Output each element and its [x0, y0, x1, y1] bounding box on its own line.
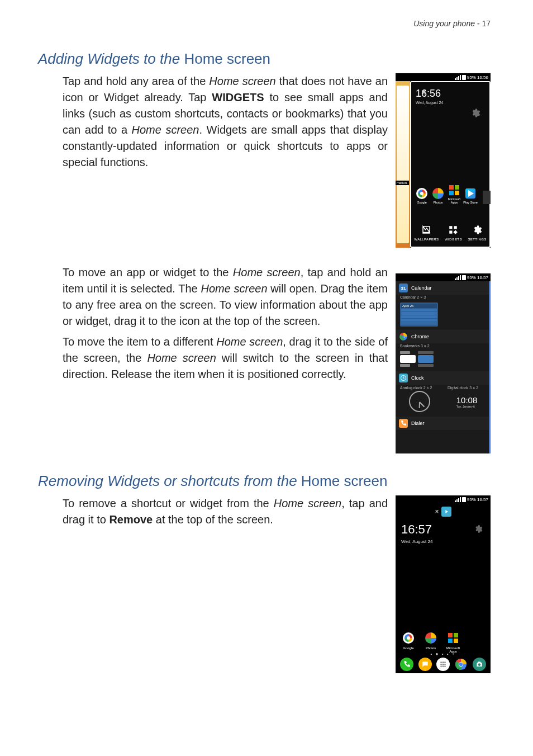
widget-group-clock[interactable]: Clock — [396, 371, 491, 385]
signal-icon — [455, 497, 461, 502]
clock-widget-time: 16:57 — [401, 522, 485, 537]
status-time: 16:56 — [477, 75, 488, 80]
option-label: WALLPAPERS — [414, 238, 439, 241]
dock-row: Google Photos Microsoft Apps — [415, 185, 489, 204]
svg-point-11 — [440, 664, 441, 665]
option-label: WIDGETS — [445, 238, 462, 241]
dock-overflow — [483, 191, 491, 204]
header-text: Using your phone - — [413, 19, 479, 28]
dock-app-photos[interactable]: Photos — [431, 188, 445, 204]
gear-icon — [472, 224, 483, 235]
status-bar: 95% 16:56 — [396, 73, 491, 81]
status-bar: 95% 16:57 — [396, 495, 491, 503]
status-time: 16:57 — [477, 497, 488, 502]
widget-size-label: Digital clock 3 × 2 — [448, 386, 486, 390]
option-widgets[interactable]: WIDGETS — [445, 224, 462, 241]
app-drawer-icon[interactable] — [436, 658, 450, 671]
signal-icon — [455, 275, 461, 280]
clock-widget-date: Wed, August 24 — [401, 539, 485, 544]
remove-drop-target[interactable]: × — [396, 503, 491, 521]
messages-app-icon[interactable] — [418, 658, 432, 671]
row-adding-1: Tap and hold any area of the Home screen… — [38, 73, 491, 248]
scroll-indicator[interactable] — [489, 281, 491, 453]
svg-point-19 — [459, 663, 463, 666]
dock-app-playstore[interactable]: Play Store — [463, 188, 478, 204]
row-removing: To remove a shortcut or widget from the … — [38, 495, 491, 673]
svg-point-20 — [478, 663, 480, 666]
page-header: Using your phone - 17 — [413, 19, 491, 28]
chrome-app-icon[interactable] — [454, 658, 468, 671]
svg-rect-0 — [450, 226, 453, 229]
phone-app-icon[interactable] — [400, 658, 413, 671]
screenshot-widget-list: 95% 16:57 31 Calendar Calendar 2 × 3 Apr… — [396, 273, 491, 453]
widget-group-label: Calendar — [411, 285, 432, 291]
page-number: 17 — [482, 19, 491, 28]
dock-app-microsoft[interactable]: Microsoft Apps — [445, 631, 461, 653]
signal-icon — [455, 75, 461, 80]
widget-group-label: Chrome — [411, 334, 429, 339]
widget-size-label: Calendar 2 × 3 — [396, 295, 491, 301]
battery-icon — [462, 497, 466, 502]
dock-app-microsoft[interactable]: Microsoft Apps — [447, 185, 461, 204]
screenshot-home-options: 95% 16:56 mation. 16:56 Wed, August 24 — [396, 73, 491, 248]
photos-icon — [425, 632, 436, 644]
widget-group-chrome[interactable]: Chrome — [396, 330, 491, 343]
option-label: SETTINGS — [468, 238, 486, 241]
status-battery-pct: 95% — [467, 275, 476, 280]
option-settings[interactable]: SETTINGS — [468, 224, 486, 241]
digital-clock-preview: 10:08 Tue, January 6 — [456, 395, 478, 408]
chrome-icon — [399, 332, 408, 341]
close-icon: × — [435, 508, 439, 516]
svg-point-16 — [444, 665, 445, 667]
home-panel[interactable]: 16:56 Wed, August 24 Google — [410, 81, 491, 248]
dock-label: Play Store — [463, 201, 478, 204]
page: Using your phone - 17 Adding Widgets to … — [0, 0, 533, 756]
dock-label: Photos — [422, 646, 439, 650]
widget-size-label: Analog clock 2 × 2 — [400, 386, 439, 390]
row-adding-2: To move an app or widget to the Home scr… — [38, 264, 491, 453]
widget-group-dialer[interactable]: Dialer — [396, 417, 491, 430]
widget-preview-bookmarks[interactable] — [400, 351, 486, 368]
heading-plain: Home screen — [301, 472, 388, 489]
option-wallpapers[interactable]: WALLPAPERS — [414, 224, 439, 241]
photos-icon — [432, 188, 444, 199]
battery-icon — [462, 275, 466, 280]
calendar-preview-date: April 25 — [401, 304, 437, 308]
text-removing-para: To remove a shortcut or widget from the … — [38, 495, 388, 532]
play-store-icon — [465, 188, 475, 199]
svg-point-8 — [440, 662, 441, 663]
bell-icon — [421, 88, 427, 93]
dock-label: Microsoft Apps — [447, 197, 461, 204]
home-options-row: WALLPAPERS WIDGETS — [411, 224, 489, 241]
analog-clock-preview — [409, 391, 430, 412]
widgets-icon — [448, 224, 459, 235]
heading-adding-widgets: Adding Widgets to the Home screen — [38, 50, 491, 68]
svg-point-10 — [444, 662, 445, 663]
heading-italic: Adding Widgets to the — [38, 50, 180, 67]
calendar-icon: 31 — [399, 284, 408, 292]
widget-group-label: Clock — [411, 375, 424, 381]
widget-preview-calendar[interactable]: April 25 — [400, 303, 486, 327]
dock-label: Google — [415, 201, 429, 204]
dock-app-photos[interactable]: Photos — [422, 631, 439, 653]
dock-app-google[interactable]: Google — [400, 631, 417, 653]
gear-icon — [474, 525, 483, 536]
camera-app-icon[interactable] — [473, 658, 486, 671]
dock-app-google[interactable]: Google — [415, 188, 429, 204]
favorites-tray — [396, 658, 491, 671]
widget-digital-clock[interactable]: Digital clock 3 × 2 10:08 Tue, January 6 — [443, 385, 491, 417]
dragged-widget-icon[interactable] — [441, 507, 451, 517]
slider-thumbnail[interactable] — [396, 81, 410, 248]
widget-group-calendar[interactable]: 31 Calendar — [396, 281, 491, 295]
image-icon — [421, 224, 432, 235]
dialer-icon — [399, 419, 408, 428]
status-time: 16:57 — [477, 275, 488, 280]
svg-rect-2 — [450, 231, 453, 234]
svg-rect-1 — [454, 226, 457, 229]
svg-point-6 — [402, 336, 404, 338]
widget-analog-clock[interactable]: Analog clock 2 × 2 — [396, 385, 443, 417]
text-adding-para1: Tap and hold any area of the Home screen… — [38, 73, 388, 175]
svg-point-9 — [442, 662, 444, 663]
heading-italic: Removing Widgets or shortcuts from the — [38, 472, 297, 489]
svg-point-13 — [444, 664, 445, 665]
